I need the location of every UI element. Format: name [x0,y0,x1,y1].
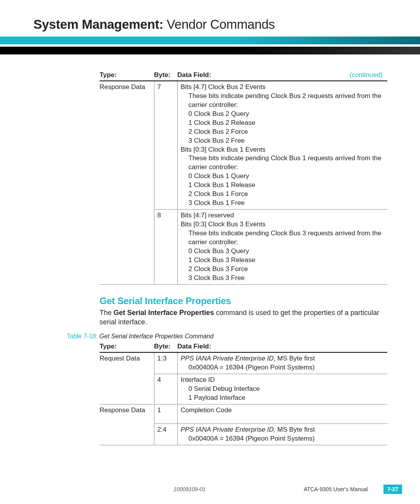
cell-byte: 2:4 [154,424,177,445]
cell-data: PPS IANA Private Enterprise ID, MS Byte … [177,424,387,445]
continued-label: (continued) [350,71,383,80]
table-continued: Type: Byte: Data Field: (continued) Resp… [100,70,387,285]
table-caption: Table 7-18: Get Serial Interface Propert… [67,333,387,340]
footer-manual: ATCA-9305 User's Manual [304,486,368,492]
cell-byte: 7 [154,81,177,210]
cell-type [100,424,154,445]
cell-data: Completion Code [177,404,387,424]
section-paragraph: The Get Serial Interface Properties comm… [100,308,387,327]
table-row: 4 Interface ID 0 Serial Debug Interface … [100,374,387,404]
th-byte: Byte: [154,70,177,81]
cell-type: Response Data [100,81,154,210]
th-data: Data Field: [177,341,387,352]
cell-type [100,210,154,285]
page-footer: 10009109-01 ATCA-9305 User's Manual 7-27 [0,485,420,494]
caption-text: Get Serial Interface Properties Command [98,333,214,340]
cell-byte: 4 [154,374,177,404]
caption-number: Table 7-18: [67,333,98,340]
cell-data: Interface ID 0 Serial Debug Interface 1 … [177,374,387,404]
table-row: 2:4 PPS IANA Private Enterprise ID, MS B… [100,424,387,445]
th-type: Type: [100,341,154,352]
th-byte: Byte: [154,341,177,352]
section-heading: Get Serial Interface Properties [100,296,387,306]
th-data: Data Field: (continued) [177,70,387,81]
table-command: Type: Byte: Data Field: Request Data 1:3… [100,341,387,445]
footer-pagenum: 7-27 [383,485,402,494]
accent-bar-cyan [0,37,420,44]
cell-data: Bits [4:7] Clock Bus 2 Events These bits… [177,81,387,210]
accent-bar-black [0,47,420,54]
cell-type: Response Data [100,404,154,424]
header-bold: System Management: [33,17,163,32]
cell-byte: 8 [154,210,177,285]
table-row: Response Data 1 Completion Code [100,404,387,424]
table-row: Response Data 7 Bits [4:7] Clock Bus 2 E… [100,81,387,210]
footer-docnum: 10009109-01 [173,486,206,492]
cell-data: Bits [4:7] reserved Bits [0:3] Clock Bus… [177,210,387,285]
table-row: Request Data 1:3 PPS IANA Private Enterp… [100,352,387,374]
table-row: 8 Bits [4:7] reserved Bits [0:3] Clock B… [100,210,387,285]
cell-byte: 1 [154,404,177,424]
content-area: Type: Byte: Data Field: (continued) Resp… [0,54,420,445]
page-header: System Management: Vendor Commands [0,0,420,37]
cell-byte: 1:3 [154,352,177,374]
cell-type [100,374,154,404]
cell-type: Request Data [100,352,154,374]
header-light: Vendor Commands [163,17,275,32]
cell-data: PPS IANA Private Enterprise ID, MS Byte … [177,352,387,374]
th-type: Type: [100,70,154,81]
